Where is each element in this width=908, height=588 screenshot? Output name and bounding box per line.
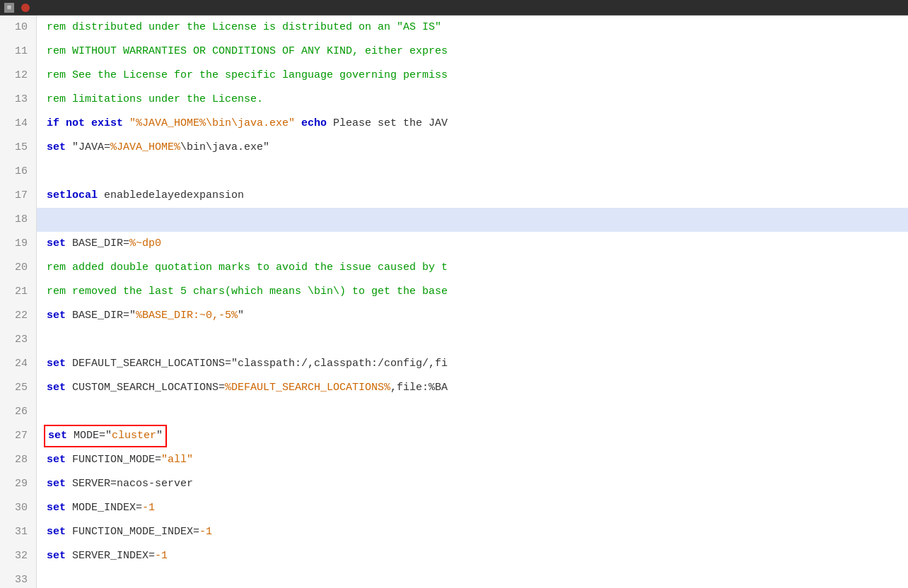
line-content (37, 400, 47, 424)
code-token: set (47, 310, 72, 322)
code-token: -1 (155, 550, 168, 562)
code-token: FUNCTION_MODE= (72, 454, 161, 466)
code-token: set (47, 382, 72, 394)
code-line: 12rem See the License for the specific l… (0, 64, 908, 88)
code-token: \bin\java.exe" (180, 141, 269, 153)
code-area: 10rem distributed under the License is d… (0, 16, 908, 588)
code-token: -1 (199, 526, 212, 538)
code-line: 10rem distributed under the License is d… (0, 16, 908, 40)
code-line: 28set FUNCTION_MODE="all" (0, 448, 908, 472)
code-token: CUSTOM_SEARCH_LOCATIONS= (72, 382, 225, 394)
line-content (37, 568, 47, 588)
code-token: echo (295, 117, 333, 129)
line-content: rem See the License for the specific lan… (37, 64, 448, 88)
code-token: set (47, 478, 72, 490)
code-line: 31set FUNCTION_MODE_INDEX=-1 (0, 520, 908, 544)
window-icon: ⊞ (4, 3, 14, 13)
code-token: MODE_INDEX= (72, 502, 142, 514)
code-line: 11rem WITHOUT WARRANTIES OR CONDITIONS O… (0, 40, 908, 64)
line-content: set FUNCTION_MODE="all" (37, 448, 193, 472)
code-token: "%JAVA_HOME%\bin\java.exe" (129, 117, 295, 129)
line-number: 28 (0, 448, 37, 472)
line-content: set SERVER_INDEX=-1 (37, 544, 168, 568)
line-number: 22 (0, 304, 37, 328)
line-number: 26 (0, 400, 37, 424)
code-line: 30set MODE_INDEX=-1 (0, 496, 908, 520)
code-token: %~dp0 (129, 237, 161, 249)
code-token: DEFAULT_SEARCH_LOCATIONS="classpath:/,cl… (72, 358, 448, 370)
line-number: 27 (0, 424, 37, 448)
line-content (37, 160, 47, 184)
code-token: rem See the License for the specific lan… (47, 69, 448, 81)
code-line: 20rem added double quotation marks to av… (0, 256, 908, 280)
line-number: 29 (0, 472, 37, 496)
line-content: set CUSTOM_SEARCH_LOCATIONS=%DEFAULT_SEA… (37, 376, 448, 400)
code-token: SERVER_INDEX= (72, 550, 155, 562)
line-number: 23 (0, 328, 37, 352)
line-number: 17 (0, 184, 37, 208)
line-content: rem WITHOUT WARRANTIES OR CONDITIONS OF … (37, 40, 448, 64)
code-token: BASE_DIR=" (72, 310, 136, 322)
code-line: 33 (0, 568, 908, 588)
code-token: rem added double quotation marks to avoi… (47, 261, 448, 274)
line-content: set MODE="cluster" (37, 424, 167, 448)
code-line: 24set DEFAULT_SEARCH_LOCATIONS="classpat… (0, 352, 908, 376)
line-number: 24 (0, 352, 37, 376)
line-content: rem added double quotation marks to avoi… (37, 256, 448, 280)
code-token: if not exist (47, 117, 129, 129)
line-number: 13 (0, 88, 37, 112)
code-token: "AS IS" (397, 21, 441, 33)
code-token: %DEFAULT_SEARCH_LOCATIONS% (225, 382, 390, 394)
line-content: set MODE_INDEX=-1 (37, 496, 155, 520)
line-number: 10 (0, 16, 37, 40)
code-line: 32set SERVER_INDEX=-1 (0, 544, 908, 568)
code-line: 21rem removed the last 5 chars(which mea… (0, 280, 908, 304)
code-token: BASE_DIR= (72, 237, 129, 249)
code-token: enabledelayedexpansion (104, 189, 244, 201)
code-line: 22set BASE_DIR="%BASE_DIR:~0,-5%" (0, 304, 908, 328)
code-token: SERVER=nacos-server (72, 478, 193, 490)
line-content (37, 208, 47, 232)
line-number: 14 (0, 112, 37, 136)
code-token: "all" (161, 454, 193, 466)
line-content: if not exist "%JAVA_HOME%\bin\java.exe" … (37, 112, 448, 136)
line-content: set DEFAULT_SEARCH_LOCATIONS="classpath:… (37, 352, 448, 376)
line-number: 31 (0, 520, 37, 544)
line-number: 21 (0, 280, 37, 304)
code-token: rem limitations under the License. (47, 93, 263, 105)
code-line: 27set MODE="cluster" (0, 424, 908, 448)
code-token: set (47, 141, 72, 153)
line-content: rem removed the last 5 chars(which means… (37, 280, 448, 304)
line-content: set FUNCTION_MODE_INDEX=-1 (37, 520, 212, 544)
code-lines: 10rem distributed under the License is d… (0, 16, 908, 588)
code-token: distributed under the License is distrib… (72, 21, 397, 33)
code-token: set (47, 526, 72, 538)
line-content: set BASE_DIR="%BASE_DIR:~0,-5%" (37, 304, 244, 328)
title-bar: ⊞ (0, 0, 908, 16)
line-number: 11 (0, 40, 37, 64)
code-line: 29set SERVER=nacos-server (0, 472, 908, 496)
code-line: 26 (0, 400, 908, 424)
line-number: 25 (0, 376, 37, 400)
line-content: setlocal enabledelayedexpansion (37, 184, 244, 208)
line-number: 19 (0, 232, 37, 256)
code-token: set (47, 358, 72, 370)
code-token: "JAVA= (72, 141, 110, 153)
code-token: set (47, 550, 72, 562)
code-token: FUNCTION_MODE_INDEX= (72, 526, 199, 538)
code-token: set (47, 454, 72, 466)
line-number: 12 (0, 64, 37, 88)
code-token: set (47, 237, 72, 249)
code-token: " (238, 310, 244, 322)
boxed-content: set MODE="cluster" (44, 425, 167, 447)
line-content: set BASE_DIR=%~dp0 (37, 232, 161, 256)
line-content: set "JAVA=%JAVA_HOME%\bin\java.exe" (37, 136, 269, 160)
close-button[interactable] (21, 4, 30, 12)
line-content (37, 328, 47, 352)
code-line: 15set "JAVA=%JAVA_HOME%\bin\java.exe" (0, 136, 908, 160)
line-content: set SERVER=nacos-server (37, 472, 193, 496)
code-line: 19set BASE_DIR=%~dp0 (0, 232, 908, 256)
code-line: 25set CUSTOM_SEARCH_LOCATIONS=%DEFAULT_S… (0, 376, 908, 400)
line-number: 20 (0, 256, 37, 280)
line-number: 33 (0, 568, 37, 588)
